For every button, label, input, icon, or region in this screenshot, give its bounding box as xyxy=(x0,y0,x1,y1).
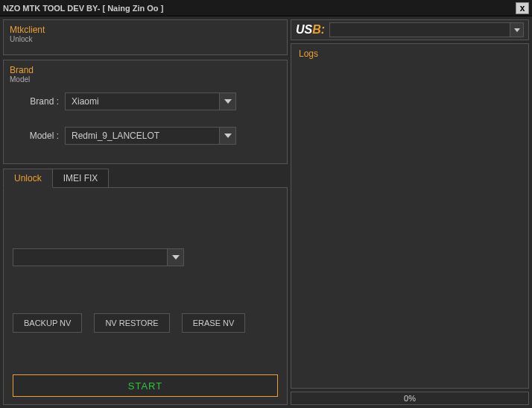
brand-group-label: Brand xyxy=(4,60,287,75)
nv-button-row: BACKUP NV NV RESTORE ERASE NV xyxy=(13,313,278,333)
progress-bar: 0% xyxy=(291,392,529,405)
usb-label-b: B: xyxy=(312,23,325,36)
window-title: NZO MTK TOOL DEV BY- [ Naing Zin Oo ] xyxy=(3,4,163,13)
tabs-container: Unlock IMEI FIX BACKUP NV NV RESTO xyxy=(3,169,288,405)
model-select[interactable] xyxy=(65,127,236,145)
right-column: USB: Logs 0% xyxy=(291,19,529,405)
brand-panel: Brand Model Brand : Model : xyxy=(3,60,288,164)
brand-group-sub: Model xyxy=(4,75,287,88)
spacer xyxy=(13,195,278,248)
action-select-row xyxy=(13,248,278,266)
tab-imei-fix[interactable]: IMEI FIX xyxy=(52,169,110,188)
backup-nv-button[interactable]: BACKUP NV xyxy=(13,313,82,333)
left-column: Mtkclient Unlock Brand Model Brand : Mod… xyxy=(3,19,288,405)
usb-select-wrap xyxy=(329,22,524,37)
start-button[interactable]: START xyxy=(13,374,278,397)
brand-row: Brand : xyxy=(4,88,287,115)
usb-row: USB: xyxy=(291,19,529,40)
action-select[interactable] xyxy=(13,248,184,266)
logs-panel: Logs xyxy=(291,43,529,389)
usb-label-us: US xyxy=(296,23,312,36)
brand-select[interactable] xyxy=(65,92,236,110)
mtkclient-panel: Mtkclient Unlock xyxy=(3,19,288,55)
tabs-body: BACKUP NV NV RESTORE ERASE NV START xyxy=(3,187,288,405)
model-field-label: Model : xyxy=(13,131,59,141)
progress-text: 0% xyxy=(404,394,416,403)
usb-select[interactable] xyxy=(329,22,524,37)
titlebar: NZO MTK TOOL DEV BY- [ Naing Zin Oo ] x xyxy=(0,0,532,16)
main-area: Mtkclient Unlock Brand Model Brand : Mod… xyxy=(0,16,532,408)
nv-restore-button[interactable]: NV RESTORE xyxy=(94,313,169,333)
action-select-wrap xyxy=(13,248,184,266)
close-button[interactable]: x xyxy=(516,2,529,14)
logs-title: Logs xyxy=(291,44,528,63)
spacer xyxy=(13,354,278,374)
model-row: Model : xyxy=(4,122,287,149)
brand-select-wrap xyxy=(65,92,236,110)
mtkclient-sub: Unlock xyxy=(4,35,287,48)
usb-label: USB: xyxy=(296,23,325,37)
tabs-header: Unlock IMEI FIX xyxy=(3,169,288,188)
model-select-wrap xyxy=(65,127,236,145)
brand-field-label: Brand : xyxy=(13,96,59,107)
mtkclient-label: Mtkclient xyxy=(4,20,287,35)
spacer xyxy=(13,281,278,313)
erase-nv-button[interactable]: ERASE NV xyxy=(182,313,246,333)
tab-unlock[interactable]: Unlock xyxy=(3,169,53,188)
